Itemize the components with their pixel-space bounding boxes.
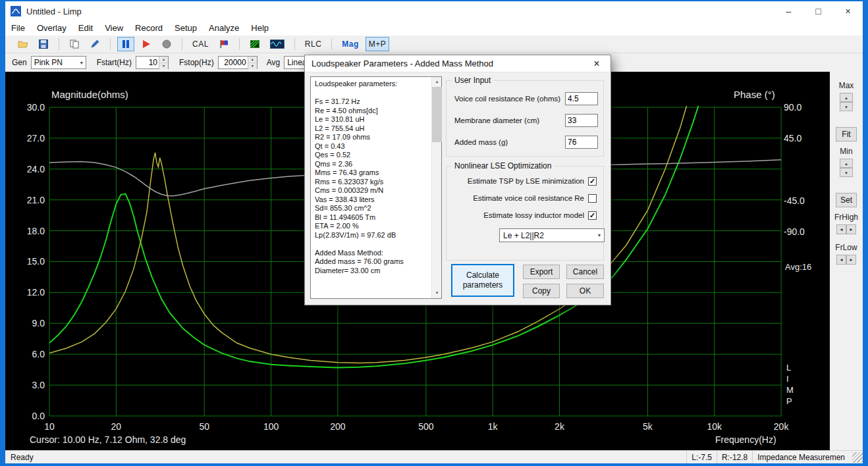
mag-phase-button[interactable]: M+P: [366, 37, 390, 51]
scroll-up-icon[interactable]: ▴: [432, 77, 442, 87]
cancel-button[interactable]: Cancel: [566, 265, 604, 279]
toolbar-separator: [294, 38, 295, 50]
y-tick-label: 24.0: [14, 164, 45, 174]
frlow-label: FrLow: [830, 243, 863, 252]
status-right-level: R:-12.8: [717, 451, 752, 463]
menu-view[interactable]: View: [99, 21, 129, 36]
fstart-spinbox: ▴▾: [136, 56, 169, 69]
scroll-down-icon[interactable]: ▾: [432, 288, 442, 298]
signal-generator-button[interactable]: [267, 37, 288, 51]
fstop-label: Fstop(Hz): [179, 58, 214, 67]
fstop-input[interactable]: [219, 57, 248, 68]
inductor-model-value: Le + L2||R2: [503, 231, 544, 240]
record-button[interactable]: [138, 37, 155, 51]
close-button[interactable]: ×: [833, 1, 863, 21]
checkbox[interactable]: ✓: [588, 211, 597, 220]
stop-button[interactable]: [158, 37, 175, 51]
x-tick-label: 10: [34, 421, 65, 432]
field-label: Added mass (g): [454, 138, 565, 146]
frlow-spinner: ◂▸: [836, 255, 856, 265]
fit-button[interactable]: Fit: [836, 127, 857, 142]
field-label: Membrane diameter (cm): [454, 116, 565, 124]
user-input-group-title: User Input: [452, 76, 493, 85]
min-spinner: ▴▾: [840, 159, 853, 177]
max-down-icon[interactable]: ▾: [840, 102, 853, 111]
menu-file[interactable]: File: [5, 21, 31, 36]
membrane-diameter-input[interactable]: [565, 114, 598, 127]
inductor-model-select[interactable]: Le + L2||R2 ▾: [499, 228, 605, 242]
export-button[interactable]: Export: [523, 265, 560, 279]
scrollbar-thumb[interactable]: [432, 87, 442, 142]
dialog-close-button[interactable]: ×: [583, 55, 610, 72]
spectrum-button[interactable]: [246, 37, 263, 51]
user-input-row: Added mass (g): [454, 135, 598, 149]
cal-button[interactable]: CAL: [189, 37, 212, 51]
set-button[interactable]: Set: [836, 193, 857, 207]
x-tick-label: 100: [256, 421, 287, 432]
fstart-input[interactable]: [136, 57, 159, 68]
user-input-row: Membrane diameter (cm): [454, 113, 598, 128]
min-label: Min: [830, 147, 863, 156]
menu-overlay[interactable]: Overlay: [31, 21, 72, 36]
frlow-left-icon[interactable]: ◂: [836, 255, 846, 265]
max-up-icon[interactable]: ▴: [840, 93, 853, 102]
limp-logo: L I M P: [786, 362, 794, 407]
title-bar[interactable]: Untitled - Limp – □ ×: [5, 1, 863, 21]
mag-button[interactable]: Mag: [339, 37, 362, 51]
calculate-parameters-button[interactable]: Calculate parameters: [451, 264, 514, 297]
min-down-icon[interactable]: ▾: [840, 168, 853, 177]
added-mass-input[interactable]: [565, 136, 598, 149]
menu-edit[interactable]: Edit: [72, 21, 99, 36]
toolbar-separator: [59, 38, 59, 50]
frhigh-left-icon[interactable]: ◂: [836, 224, 846, 234]
minimize-button[interactable]: –: [774, 1, 803, 21]
x-tick-label: 10k: [699, 421, 730, 432]
spin-up-icon[interactable]: ▴: [159, 57, 168, 63]
maximize-button[interactable]: □: [803, 1, 833, 21]
spin-up-icon[interactable]: ▴: [248, 57, 257, 63]
open-button[interactable]: [14, 37, 32, 51]
checkbox[interactable]: ✓: [588, 177, 597, 186]
phase-tick-label: -45.0: [784, 195, 814, 206]
menu-help[interactable]: Help: [245, 21, 275, 36]
pause-button[interactable]: [117, 37, 134, 51]
min-up-icon[interactable]: ▴: [840, 159, 853, 168]
voice-coil-resistance-input[interactable]: [565, 92, 598, 105]
frlow-right-icon[interactable]: ▸: [846, 255, 856, 265]
limp-window: Untitled - Limp – □ × FileOverlayEditVie…: [5, 1, 863, 463]
lse-check-row: Estimate voice coil resistance Re: [473, 193, 597, 203]
dialog-title-bar[interactable]: Loudspeaker Parameters - Added Mass Meth…: [305, 55, 610, 72]
save-button[interactable]: [35, 37, 52, 51]
listbox-scrollbar[interactable]: ▴ ▾: [431, 77, 441, 298]
y-tick-label: 27.0: [14, 133, 45, 143]
pen-button[interactable]: [86, 37, 103, 51]
resize-grip[interactable]: [852, 452, 863, 463]
freq-axis-title: Frequency(Hz): [715, 434, 776, 445]
frhigh-right-icon[interactable]: ▸: [846, 224, 856, 234]
menu-setup[interactable]: Setup: [169, 21, 203, 36]
y-tick-label: 21.0: [14, 195, 45, 205]
copy-graph-button[interactable]: [66, 37, 83, 51]
copy-button[interactable]: Copy: [523, 284, 560, 298]
menu-record[interactable]: Record: [129, 21, 169, 36]
avg-count-label: Avg:16: [785, 262, 811, 272]
rlc-button[interactable]: RLC: [302, 37, 325, 51]
ok-button[interactable]: OK: [566, 284, 604, 298]
scale-panel: Max ▴▾ Fit Min ▴▾ Set FrHigh ◂▸ FrLow ◂▸: [830, 72, 863, 450]
cursor-readout: Cursor: 10.00 Hz, 7.12 Ohm, 32.8 deg: [30, 434, 186, 445]
flag-icon-button[interactable]: [215, 37, 232, 51]
y-tick-label: 0.0: [14, 411, 45, 421]
y-tick-label: 9.0: [14, 318, 45, 328]
toolbar-separator: [331, 38, 332, 50]
chevron-down-icon: ▾: [80, 60, 83, 66]
mag-axis-title: Magnitude(ohms): [51, 89, 128, 100]
spin-down-icon[interactable]: ▾: [248, 63, 257, 69]
generator-select[interactable]: Pink PN ▾: [31, 56, 86, 69]
checkbox[interactable]: [588, 194, 597, 203]
menu-analyze[interactable]: Analyze: [203, 21, 245, 36]
parameters-listbox[interactable]: Loudspeaker parameters: Fs = 31.72 Hz Re…: [310, 76, 442, 299]
fstart-label: Fstart(Hz): [97, 58, 132, 67]
generator-value: Pink PN: [34, 58, 63, 67]
menu-bar: FileOverlayEditViewRecordSetupAnalyzeHel…: [5, 21, 863, 36]
spin-down-icon[interactable]: ▾: [159, 63, 168, 69]
